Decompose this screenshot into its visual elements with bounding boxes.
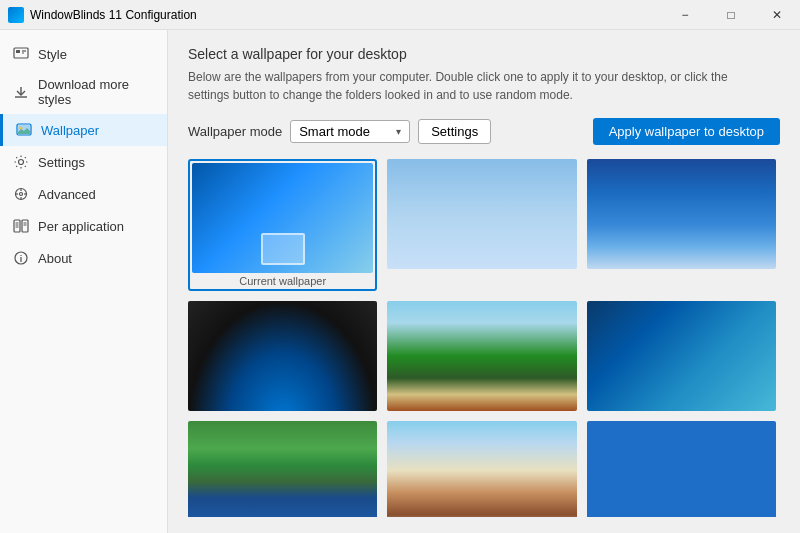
about-icon: i bbox=[12, 249, 30, 267]
wallpaper-item-8[interactable] bbox=[387, 421, 576, 517]
download-icon bbox=[12, 83, 30, 101]
wallpaper-thumbnail-6 bbox=[587, 301, 776, 411]
sidebar-item-label-download: Download more styles bbox=[38, 77, 155, 107]
mode-value: Smart mode bbox=[299, 124, 370, 139]
sidebar-item-style[interactable]: Style bbox=[0, 38, 167, 70]
wallpaper-thumbnail-1 bbox=[192, 163, 373, 273]
titlebar-left: WindowBlinds 11 Configuration bbox=[8, 7, 197, 23]
sidebar-item-advanced[interactable]: Advanced bbox=[0, 178, 167, 210]
wallpaper-grid: Current wallpaper bbox=[188, 159, 776, 517]
advanced-icon bbox=[12, 185, 30, 203]
wallpaper-thumbnail-2 bbox=[387, 159, 576, 269]
apply-wallpaper-button[interactable]: Apply wallpaper to desktop bbox=[593, 118, 780, 145]
titlebar-buttons: − □ ✕ bbox=[662, 0, 800, 30]
wallpaper-item-6[interactable] bbox=[587, 301, 776, 411]
sidebar-item-label-wallpaper: Wallpaper bbox=[41, 123, 99, 138]
sidebar-item-about[interactable]: i About bbox=[0, 242, 167, 274]
sidebar-item-label-style: Style bbox=[38, 47, 67, 62]
style-icon bbox=[12, 45, 30, 63]
wallpaper-image-1 bbox=[192, 163, 373, 273]
wallpaper-thumbnail-3 bbox=[587, 159, 776, 269]
sidebar-item-label-about: About bbox=[38, 251, 72, 266]
wallpaper-image-7 bbox=[188, 421, 377, 517]
svg-rect-0 bbox=[14, 48, 28, 58]
sidebar-item-label-perapplication: Per application bbox=[38, 219, 124, 234]
wallpaper-item-4[interactable] bbox=[188, 301, 377, 411]
svg-rect-20 bbox=[22, 220, 28, 232]
settings-icon bbox=[12, 153, 30, 171]
chevron-down-icon: ▾ bbox=[396, 126, 401, 137]
wallpaper-image-8 bbox=[387, 421, 576, 517]
wallpaper-image-4 bbox=[188, 301, 377, 411]
toolbar-row: Wallpaper mode Smart mode ▾ Settings App… bbox=[188, 118, 780, 145]
wallpaper-thumbnail-8 bbox=[387, 421, 576, 517]
wallpaper-thumbnail-9 bbox=[587, 421, 776, 517]
wallpaper-image-6 bbox=[587, 301, 776, 411]
app-icon bbox=[8, 7, 24, 23]
sidebar-item-label-settings: Settings bbox=[38, 155, 85, 170]
sidebar-item-wallpaper[interactable]: Wallpaper bbox=[0, 114, 167, 146]
wallpaper-item-2[interactable] bbox=[387, 159, 576, 291]
wallpaper-thumbnail-4 bbox=[188, 301, 377, 411]
mode-label: Wallpaper mode bbox=[188, 124, 282, 139]
wallpaper-image-9 bbox=[587, 421, 776, 517]
wallpaper-image-2 bbox=[387, 159, 576, 269]
wallpaper-item-3[interactable] bbox=[587, 159, 776, 291]
svg-point-11 bbox=[20, 193, 23, 196]
svg-rect-16 bbox=[14, 220, 20, 232]
wallpaper-caption-1: Current wallpaper bbox=[192, 275, 373, 287]
sidebar: Style Download more styles bbox=[0, 30, 168, 533]
content-area: Select a wallpaper for your desktop Belo… bbox=[168, 30, 800, 533]
titlebar-title: WindowBlinds 11 Configuration bbox=[30, 8, 197, 22]
sidebar-item-label-advanced: Advanced bbox=[38, 187, 96, 202]
wallpaper-item-7[interactable] bbox=[188, 421, 377, 517]
svg-text:i: i bbox=[20, 254, 23, 264]
close-button[interactable]: ✕ bbox=[754, 0, 800, 30]
settings-button[interactable]: Settings bbox=[418, 119, 491, 144]
wallpaper-grid-container[interactable]: Current wallpaper bbox=[188, 159, 780, 517]
svg-point-9 bbox=[19, 160, 24, 165]
wallpaper-item-5[interactable] bbox=[387, 301, 576, 411]
sidebar-item-perapplication[interactable]: Per application bbox=[0, 210, 167, 242]
wallpaper-image-3 bbox=[587, 159, 776, 269]
toolbar-left: Wallpaper mode Smart mode ▾ Settings bbox=[188, 119, 491, 144]
wallpaper-item-1[interactable]: Current wallpaper bbox=[188, 159, 377, 291]
main-layout: Style Download more styles bbox=[0, 30, 800, 533]
svg-rect-1 bbox=[16, 50, 20, 53]
wallpaper-thumbnail-7 bbox=[188, 421, 377, 517]
perapplication-icon bbox=[12, 217, 30, 235]
page-title: Select a wallpaper for your desktop bbox=[188, 46, 780, 62]
wallpaper-thumbnail-5 bbox=[387, 301, 576, 411]
sidebar-item-download[interactable]: Download more styles bbox=[0, 70, 167, 114]
content-description: Below are the wallpapers from your compu… bbox=[188, 68, 728, 104]
sidebar-item-settings[interactable]: Settings bbox=[0, 146, 167, 178]
minimize-button[interactable]: − bbox=[662, 0, 708, 30]
titlebar: WindowBlinds 11 Configuration − □ ✕ bbox=[0, 0, 800, 30]
mode-select[interactable]: Smart mode ▾ bbox=[290, 120, 410, 143]
wallpaper-icon bbox=[15, 121, 33, 139]
wallpaper-image-5 bbox=[387, 301, 576, 411]
maximize-button[interactable]: □ bbox=[708, 0, 754, 30]
wallpaper-item-9[interactable] bbox=[587, 421, 776, 517]
